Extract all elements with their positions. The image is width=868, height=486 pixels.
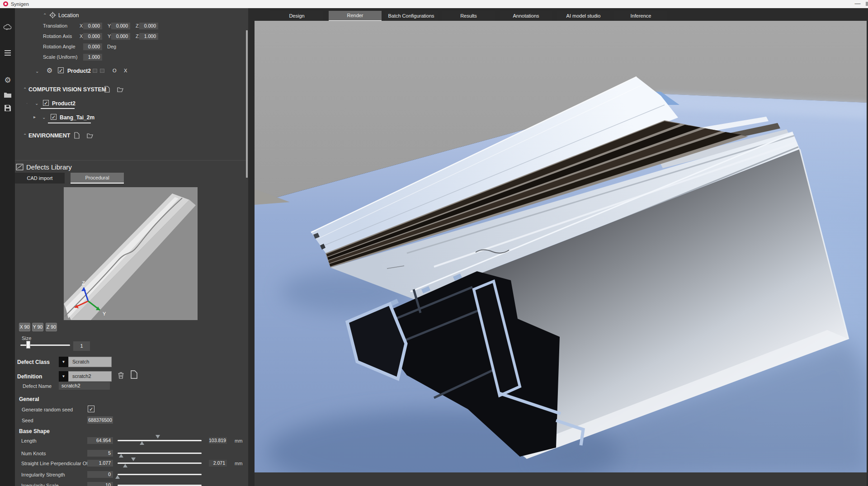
num-knots-label: Num Knots	[21, 451, 46, 456]
slpo-unit: mm	[235, 461, 243, 466]
size-slider-thumb[interactable]	[26, 341, 30, 349]
expand-caret-icon[interactable]: ⌄	[42, 115, 46, 120]
expand-caret-icon[interactable]: ⌄	[35, 101, 38, 106]
irregularity-strength-value-field[interactable]: 0	[87, 471, 113, 478]
tab-design[interactable]: Design	[270, 11, 323, 21]
length-slider-track[interactable]	[118, 440, 202, 441]
axis-z-label: Z	[82, 280, 85, 286]
location-section-title: Location	[58, 12, 79, 19]
rotate-z90-button[interactable]: Z 90	[46, 323, 57, 331]
rotation-axis-label: Rotation Axis	[43, 33, 72, 39]
irregularity-strength-marker[interactable]	[115, 475, 120, 479]
cloud-icon[interactable]	[3, 23, 13, 33]
open-folder-icon[interactable]	[87, 132, 94, 139]
product-checkbox[interactable]: ✓	[58, 67, 64, 73]
slpo-slider-track[interactable]	[118, 462, 202, 464]
menu-hamburger-icon[interactable]	[3, 49, 13, 59]
tree-node-label[interactable]: Product2	[52, 100, 75, 107]
defect-class-label: Defect Class	[17, 359, 50, 365]
scale-label: Scale (Uniform)	[43, 54, 77, 60]
delete-trash-icon[interactable]	[118, 372, 124, 380]
rotate-x90-button[interactable]: X 90	[19, 323, 30, 331]
general-section-title: General	[19, 396, 39, 402]
rotation-angle-field[interactable]: 0.000	[83, 43, 102, 50]
collapse-caret-icon[interactable]: ⌄	[35, 69, 39, 74]
open-folder-icon[interactable]	[117, 86, 124, 93]
defects-library-icon	[16, 164, 24, 171]
product-gear-icon[interactable]: ⚙	[47, 66, 52, 75]
tab-results[interactable]: Results	[442, 11, 495, 21]
random-seed-checkbox[interactable]: ✓	[88, 406, 94, 412]
tab-ai-model-studio[interactable]: AI model studio	[557, 11, 610, 21]
tab-inference[interactable]: Inference	[614, 11, 667, 21]
collapse-caret-icon[interactable]: ⌃	[43, 13, 47, 18]
tree-node-label[interactable]: Bang_Tai_2m	[60, 114, 94, 121]
slpo-upper-marker[interactable]	[131, 458, 136, 461]
tab-batch-configurations[interactable]: Batch Configurations	[385, 11, 438, 21]
tab-annotations[interactable]: Annotations	[500, 11, 552, 21]
seed-input[interactable]: 688376500	[87, 416, 113, 424]
app-title: Synigen	[11, 1, 29, 7]
tree-node-checkbox[interactable]: ✓	[51, 114, 57, 120]
size-value-field[interactable]: 1	[73, 341, 90, 351]
defect-class-dropdown-caret[interactable]: ▼	[59, 357, 68, 367]
cvs-section-header[interactable]: COMPUTER VISION SYSTEM	[28, 86, 106, 93]
rotation-axis-z-field[interactable]: 1.000	[139, 33, 158, 40]
translation-x-field[interactable]: 0.000	[83, 23, 102, 29]
render-3d-viewport[interactable]	[255, 21, 867, 472]
definition-dropdown[interactable]: scratch2	[68, 371, 112, 382]
collapse-caret-icon[interactable]: ⌃	[23, 87, 27, 92]
num-knots-marker[interactable]	[119, 454, 123, 458]
toggle-icon-a[interactable]	[93, 69, 97, 73]
close-x-button[interactable]: X	[124, 68, 127, 73]
settings-gear-icon[interactable]: ⚙	[3, 75, 13, 85]
length-max-field[interactable]: 103.819	[209, 437, 227, 444]
defect-class-dropdown[interactable]: Scratch	[68, 357, 112, 367]
new-definition-doc-icon[interactable]	[131, 370, 137, 380]
num-knots-slider-track[interactable]	[118, 453, 202, 454]
tab-render[interactable]: Render	[329, 11, 382, 21]
product-row-name[interactable]: Product2	[67, 68, 91, 74]
tab-procedural[interactable]: Procedural	[71, 173, 124, 184]
slpo-value-field[interactable]: 1.077	[87, 460, 113, 467]
collapse-caret-icon[interactable]: ⌃	[23, 133, 27, 138]
translation-y-field[interactable]: 0.000	[111, 23, 130, 29]
size-label: Size	[22, 335, 31, 341]
seed-label: Seed	[22, 418, 33, 423]
irregularity-strength-slider-track[interactable]	[118, 474, 202, 475]
new-document-icon[interactable]	[74, 132, 80, 140]
tab-cad-import[interactable]: CAD import	[15, 173, 65, 184]
rotation-angle-label: Rotation Angle	[43, 44, 75, 49]
panel-scrollbar[interactable]	[246, 30, 248, 178]
num-knots-value-field[interactable]: 5	[87, 450, 113, 457]
rotation-axis-x-field[interactable]: 0.000	[83, 33, 102, 40]
length-unit: mm	[235, 438, 243, 444]
defects-library-title: Defects Library	[26, 163, 72, 171]
window-control-sliver[interactable]	[866, 2, 868, 6]
length-value-field[interactable]: 64.954	[87, 437, 113, 444]
rotation-axis-y-field[interactable]: 0.000	[111, 33, 130, 40]
length-lower-marker[interactable]	[140, 441, 144, 445]
environment-section-header[interactable]: ENVIRONMENT	[28, 132, 70, 139]
save-floppy-icon[interactable]	[3, 104, 13, 114]
definition-dropdown-caret[interactable]: ▼	[59, 371, 68, 382]
defect-preview-viewport[interactable]: Z Y	[64, 187, 198, 320]
slpo-lower-marker[interactable]	[123, 464, 127, 467]
length-upper-marker[interactable]	[156, 435, 160, 439]
tree-node-checkbox[interactable]: ✓	[43, 100, 49, 106]
defect-name-input[interactable]: scratch2	[59, 382, 110, 390]
minimize-button[interactable]: —	[851, 0, 864, 8]
ghost-button[interactable]: O	[113, 68, 117, 73]
toggle-icon-b[interactable]	[100, 69, 104, 73]
slpo-max-field[interactable]: 2.071	[209, 460, 227, 467]
irregularity-strength-label: Irregularity Strength	[21, 472, 65, 477]
tree-dot-icon: ·	[26, 101, 28, 106]
scale-field[interactable]: 1.000	[83, 54, 102, 61]
left-properties-panel: ⌃ Location Translation X: 0.000 Y: 0.000…	[15, 8, 248, 486]
translation-z-field[interactable]: 0.000	[139, 23, 158, 29]
expand-arrow-icon[interactable]: ▸	[33, 114, 36, 119]
rotate-y90-button[interactable]: Y 90	[32, 323, 43, 331]
new-document-icon[interactable]	[104, 86, 110, 94]
irregularity-scale-value-field[interactable]: 10	[87, 482, 113, 486]
folder-icon[interactable]	[3, 92, 13, 102]
